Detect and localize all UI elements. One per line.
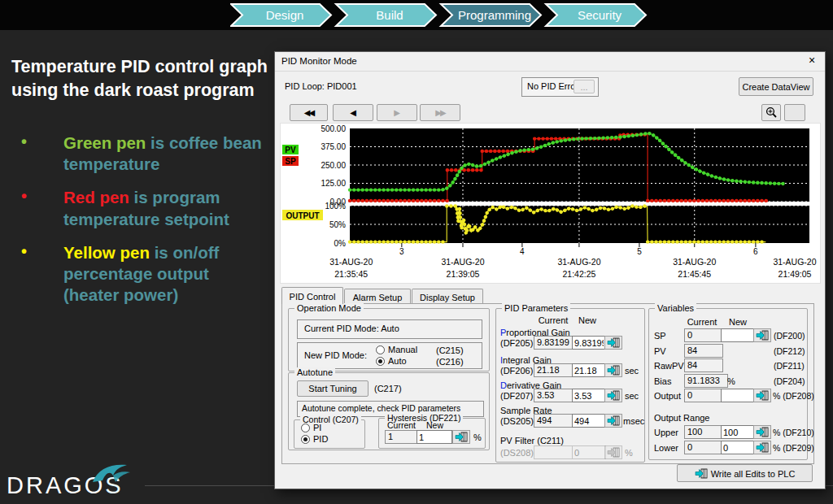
slide-title: Temperature PID control graph using the …: [11, 55, 270, 102]
radio-auto[interactable]: Auto: [376, 356, 407, 366]
param-current-value: 3.53: [534, 389, 574, 402]
manual-register: (C215): [436, 345, 464, 355]
param-current-value: 9.83199: [534, 336, 574, 350]
pid-error-status: No PID Error ...: [521, 77, 599, 97]
group-label: Operation Mode: [294, 303, 364, 313]
variable-new-input[interactable]: [721, 441, 755, 454]
scroll-prev-icon[interactable]: ◀: [333, 104, 373, 121]
blank-tool-button[interactable]: [784, 104, 805, 121]
write-to-plc-button[interactable]: [753, 425, 771, 439]
variable-label: RawPV: [654, 361, 684, 371]
auto-register: (C216): [436, 357, 464, 367]
breadcrumb-label[interactable]: Build: [376, 8, 403, 22]
hysteresis-unit: %: [473, 432, 482, 442]
write-to-plc-button[interactable]: [604, 336, 622, 350]
svg-text:OUTPUT: OUTPUT: [286, 211, 319, 220]
param-new-input[interactable]: [572, 389, 606, 402]
write-all-edits-button[interactable]: Write all Edits to PLC: [677, 464, 813, 482]
write-icon: [607, 447, 620, 458]
status-more-button[interactable]: ...: [574, 80, 595, 93]
new-pid-mode-label: New PID Mode:: [304, 350, 367, 360]
variable-label: Lower: [654, 443, 678, 453]
tab-pid-control[interactable]: PID Control: [281, 287, 343, 304]
variable-register: (DF200): [774, 331, 805, 341]
tab-display-setup[interactable]: Display Setup: [412, 289, 483, 303]
write-icon: [607, 390, 620, 401]
column-header-new: New: [721, 317, 755, 327]
column-header-current: Current: [387, 420, 416, 430]
group-label: PID Parameters: [502, 303, 570, 313]
variable-new-input[interactable]: [721, 389, 755, 402]
pv-filter-label: PV Filter (C211): [500, 436, 564, 445]
svg-text:3: 3: [399, 247, 404, 256]
scroll-first-icon[interactable]: ◀◀: [290, 104, 328, 121]
scroll-next-icon[interactable]: ▶: [377, 104, 417, 121]
svg-text:21:35:45: 21:35:45: [334, 269, 368, 279]
window-title: PID Monitor Mode: [281, 56, 357, 66]
breadcrumb-label[interactable]: Programming: [458, 8, 531, 22]
zoom-button[interactable]: [761, 104, 781, 121]
scroll-last-icon[interactable]: ▶▶: [420, 104, 460, 121]
radio-icon[interactable]: [376, 357, 385, 366]
radio-icon[interactable]: [376, 345, 385, 354]
write-to-plc-button[interactable]: [604, 445, 622, 459]
variable-register: (DF204): [774, 376, 805, 386]
pid-control-panel: Operation Mode Current PID Mode: Auto Ne…: [281, 303, 814, 464]
variable-current-value: 84: [684, 344, 723, 358]
variable-register: (DF211): [774, 361, 805, 371]
breadcrumb-label[interactable]: Security: [578, 8, 622, 22]
group-label: Autotune: [294, 367, 335, 377]
variable-current-value: 91.1833: [684, 374, 728, 388]
svg-text:5: 5: [637, 247, 642, 256]
write-to-plc-button[interactable]: [452, 430, 470, 444]
bullet-glyph: •: [13, 133, 63, 175]
group-label: Variables: [655, 303, 696, 313]
list-item: • Green pen is coffee bean temperature: [13, 133, 265, 175]
pv-filter-new-input[interactable]: [572, 445, 606, 459]
bullet-list: • Green pen is coffee bean temperature •…: [13, 133, 265, 319]
variable-current-value: 0: [684, 441, 723, 454]
radio-icon[interactable]: [301, 435, 310, 444]
variable-new-input[interactable]: [721, 425, 755, 439]
write-to-plc-button[interactable]: [604, 414, 622, 428]
radio-icon[interactable]: [301, 424, 310, 432]
radio-pid[interactable]: PID: [301, 434, 328, 444]
breadcrumb-label[interactable]: Design: [266, 8, 304, 22]
hysteresis-new-input[interactable]: [416, 430, 452, 444]
write-to-plc-button[interactable]: [753, 389, 771, 402]
write-icon: [695, 468, 708, 479]
param-current-value: 494: [534, 414, 574, 428]
breadcrumb: Design Build Programming Security: [230, 3, 650, 27]
svg-text:31-AUG-20: 31-AUG-20: [441, 257, 484, 267]
param-register: (DS205): [500, 416, 534, 426]
close-icon[interactable]: ×: [805, 54, 818, 67]
param-current-value: 21.18: [534, 363, 574, 377]
svg-text:21:39:05: 21:39:05: [447, 269, 480, 279]
pv-filter-current-value: [534, 445, 574, 459]
write-to-plc-button[interactable]: [753, 441, 771, 454]
window-titlebar[interactable]: PID Monitor Mode ×: [275, 52, 825, 72]
operation-mode-group: Operation Mode Current PID Mode: Auto Ne…: [288, 308, 490, 371]
radio-pi[interactable]: PI: [301, 423, 321, 432]
write-to-plc-button[interactable]: [753, 328, 771, 342]
radio-manual[interactable]: Manual: [376, 345, 417, 354]
bullet-glyph: •: [13, 242, 63, 306]
pid-parameters-group: PID Parameters Current New Proportional …: [495, 308, 645, 463]
param-new-input[interactable]: [572, 414, 606, 428]
svg-text:21:49:05: 21:49:05: [778, 269, 812, 279]
svg-text:500.00: 500.00: [321, 124, 346, 133]
write-to-plc-button[interactable]: [604, 389, 622, 402]
variable-new-input[interactable]: [721, 328, 755, 342]
svg-text:31-AUG-20: 31-AUG-20: [673, 257, 716, 267]
param-unit: sec: [625, 366, 639, 376]
tab-alarm-setup[interactable]: Alarm Setup: [344, 289, 411, 303]
param-new-input[interactable]: [572, 363, 606, 377]
control-mode-group: Control (C207) PI PID: [294, 419, 365, 449]
write-to-plc-button[interactable]: [604, 363, 622, 377]
column-header-current: Current: [684, 317, 720, 327]
svg-text:21:45:45: 21:45:45: [678, 269, 711, 279]
start-tuning-button[interactable]: Start Tuning: [297, 380, 369, 397]
write-icon: [756, 427, 769, 437]
param-new-input[interactable]: [572, 336, 606, 350]
create-dataview-button[interactable]: Create DataView: [739, 77, 813, 96]
